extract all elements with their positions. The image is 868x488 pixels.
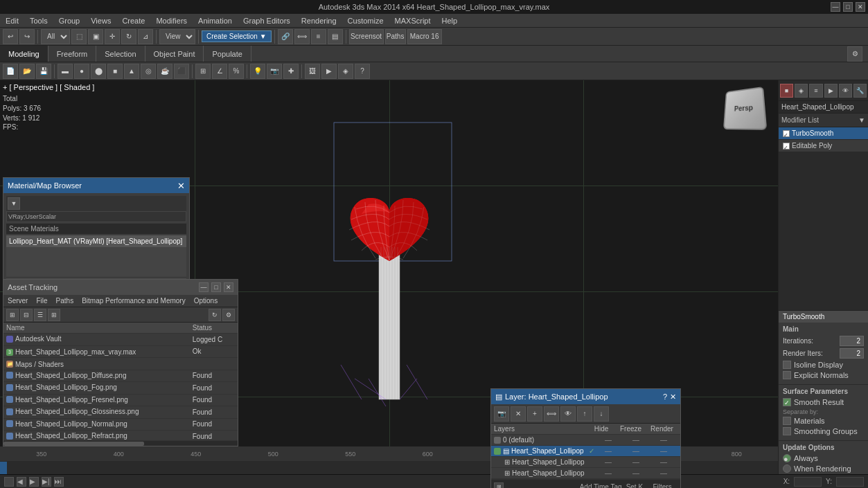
x-coord-input[interactable] <box>794 477 822 487</box>
menu-views[interactable]: Views <box>85 15 116 26</box>
asset-list[interactable]: Name Status Autodesk Vault <box>3 323 238 440</box>
layer-dialog-help[interactable]: ? <box>663 392 667 401</box>
menu-group[interactable]: Group <box>53 15 86 26</box>
paths-button[interactable]: Paths <box>385 29 406 44</box>
menu-modifiers[interactable]: Modifiers <box>150 15 193 26</box>
rotate-button[interactable]: ↻ <box>121 29 136 44</box>
mat-browser-btn1[interactable]: ▼ <box>8 197 20 210</box>
playback-prev-btn[interactable]: ◀ <box>17 477 26 487</box>
rp-params-btn[interactable]: ≡ <box>809 84 822 98</box>
render-setup-icon[interactable]: 🖼 <box>305 64 320 79</box>
menu-tools[interactable]: Tools <box>24 15 53 26</box>
undo-button[interactable]: ↩ <box>3 29 18 44</box>
menu-create[interactable]: Create <box>116 15 150 26</box>
sphere-icon[interactable]: ● <box>74 64 89 79</box>
at-menu-bitmap-perf[interactable]: Bitmap Performance and Memory <box>78 296 190 305</box>
table-row[interactable]: Heart_Shaped_Lollipop_Refract.png Found <box>3 431 238 441</box>
layer-manager-button[interactable]: ▤ <box>328 29 343 44</box>
menu-animation[interactable]: Animation <box>193 15 238 26</box>
select-region-button[interactable]: ▣ <box>88 29 103 44</box>
playback-next-btn[interactable]: ▶| <box>42 477 51 487</box>
at-menu-file[interactable]: File <box>32 296 51 305</box>
menu-customize[interactable]: Customize <box>342 15 389 26</box>
set-k-btn[interactable]: Set K... <box>626 483 649 488</box>
render-iters-value[interactable]: 2 <box>840 348 864 359</box>
layer-select-btn[interactable]: ⟺ <box>544 406 559 422</box>
layer-view-btn[interactable]: 👁 <box>560 406 576 422</box>
render-icon[interactable]: ▶ <box>321 64 337 79</box>
cylinder-icon[interactable]: ⬤ <box>91 64 106 79</box>
save-button[interactable]: 💾 <box>36 64 51 79</box>
new-button[interactable]: 📄 <box>3 64 18 79</box>
layer-row-heart-selected[interactable]: ▤ Heart_Shaped_Lollipop ✓ — — — <box>491 446 680 457</box>
menu-help[interactable]: Help <box>436 15 463 26</box>
menu-graph-editors[interactable]: Graph Editors <box>238 15 296 26</box>
mirror-button[interactable]: ⟺ <box>294 29 310 44</box>
rp-type-btn[interactable]: ◈ <box>795 84 808 98</box>
playback-play-btn[interactable]: ▶ <box>29 477 39 487</box>
rp-motion-btn[interactable]: ▶ <box>824 84 838 98</box>
plane-icon[interactable]: ⬛ <box>174 64 189 79</box>
add-time-tag-btn[interactable]: Add Time Tag <box>580 483 622 488</box>
isoline-checkbox[interactable] <box>783 361 791 369</box>
filters-btn[interactable]: Filters... <box>653 483 677 488</box>
tab-modeling[interactable]: Modeling <box>0 46 48 62</box>
material-editor-icon[interactable]: ◈ <box>338 64 353 79</box>
layer-row-default[interactable]: 0 (default) — — — <box>491 435 680 446</box>
smoothing-groups-checkbox[interactable] <box>783 427 791 435</box>
minimize-button[interactable]: — <box>831 2 840 12</box>
at-close[interactable]: ✕ <box>224 282 233 292</box>
table-row[interactable]: Autodesk Vault Logged C <box>3 334 238 346</box>
layer-dialog-close[interactable]: ✕ <box>670 392 676 401</box>
material-list[interactable]: Lollipop_Heart_MAT (VRayMtl) [Heart_Shap… <box>6 235 186 277</box>
layer-bottom-btn1[interactable]: ⊞ <box>494 482 504 489</box>
playback-start-btn[interactable] <box>4 477 14 487</box>
explicit-normals-checkbox[interactable] <box>783 371 791 379</box>
smooth-result-checkbox[interactable] <box>783 398 791 406</box>
modifier-item-editable-poly[interactable]: Editable Poly <box>779 140 868 152</box>
light-icon[interactable]: 💡 <box>250 64 265 79</box>
link-button[interactable]: 🔗 <box>278 29 293 44</box>
at-menu-paths[interactable]: Paths <box>52 296 78 305</box>
help-icon[interactable]: ? <box>355 64 370 79</box>
maximize-button[interactable]: □ <box>843 2 853 12</box>
open-button[interactable]: 📂 <box>19 64 35 79</box>
table-row[interactable]: Heart_Shaped_Lollipop_Normal.png Found <box>3 418 238 431</box>
populate-settings[interactable]: ⚙ <box>847 46 862 62</box>
percent-snap-icon[interactable]: % <box>229 64 244 79</box>
when-rendering-radio[interactable] <box>783 464 791 473</box>
layer-row-heart2[interactable]: ⊞ Heart_Shaped_Lollipop — — — <box>491 457 680 468</box>
at-collapse-all[interactable]: ⊟ <box>20 309 33 321</box>
torus-icon[interactable]: ◎ <box>141 64 156 79</box>
select-button[interactable]: ⬚ <box>71 29 87 44</box>
modifier-list-dropdown[interactable]: ▼ <box>858 116 865 124</box>
scale-button[interactable]: ⊿ <box>138 29 153 44</box>
at-settings[interactable]: ⚙ <box>222 309 235 321</box>
material-browser-close[interactable]: ✕ <box>177 181 185 191</box>
at-minimize[interactable]: — <box>199 282 209 292</box>
layer-move-btn[interactable]: ↑ <box>577 406 592 422</box>
tab-selection[interactable]: Selection <box>96 46 145 62</box>
menu-edit[interactable]: Edit <box>0 15 24 26</box>
tab-populate[interactable]: Populate <box>204 46 251 62</box>
modifier-item-turbosmooth[interactable]: TurboSmooth <box>779 127 868 140</box>
at-maximize[interactable]: □ <box>211 282 221 292</box>
navigation-cube[interactable]: Persp <box>723 87 771 136</box>
tab-object-paint[interactable]: Object Paint <box>145 46 204 62</box>
materials-checkbox[interactable] <box>783 417 791 425</box>
selection-mode-dropdown[interactable]: All <box>41 29 70 44</box>
viewport[interactable]: + [ Perspective ] [ Shaded ] Total Polys… <box>0 80 778 488</box>
at-expand-all[interactable]: ⊞ <box>6 309 19 321</box>
helper-icon[interactable]: ✚ <box>283 64 299 79</box>
ts-panel-header[interactable]: TurboSmooth <box>779 311 868 323</box>
rp-color-btn[interactable]: ■ <box>780 84 793 98</box>
close-button[interactable]: ✕ <box>856 2 865 12</box>
angle-snap-icon[interactable]: ∠ <box>212 64 227 79</box>
layer-row-heart3[interactable]: ⊞ Heart_Shaped_Lollipop — — — <box>491 468 680 479</box>
layer-add-btn[interactable]: + <box>527 406 542 422</box>
camera-icon[interactable]: 📷 <box>267 64 282 79</box>
at-menu-server[interactable]: Server <box>3 296 32 305</box>
screenshot-button[interactable]: Screensot <box>349 29 384 44</box>
rp-display-btn[interactable]: 👁 <box>839 84 852 98</box>
menu-maxscript[interactable]: MAXScript <box>389 15 436 26</box>
